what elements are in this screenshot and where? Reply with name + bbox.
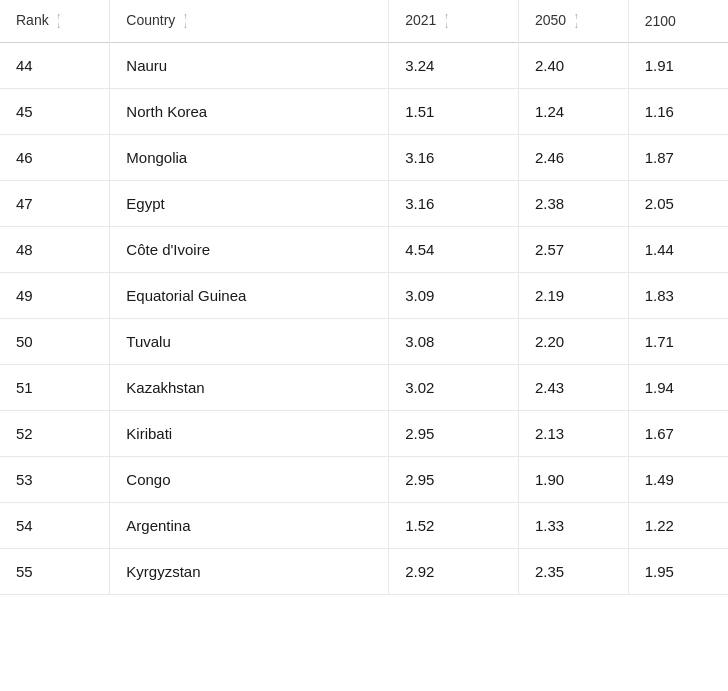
country-cell: North Korea xyxy=(110,89,389,135)
year2021-cell: 3.02 xyxy=(389,365,519,411)
rank-cell: 55 xyxy=(0,549,110,595)
year2021-cell: 3.24 xyxy=(389,43,519,89)
rank-cell: 44 xyxy=(0,43,110,89)
year2050-cell: 1.90 xyxy=(518,457,628,503)
year2021-cell: 3.09 xyxy=(389,273,519,319)
year2021-cell: 2.95 xyxy=(389,411,519,457)
rank-cell: 51 xyxy=(0,365,110,411)
year2021-cell: 2.92 xyxy=(389,549,519,595)
year2021-cell: 3.08 xyxy=(389,319,519,365)
rank-cell: 54 xyxy=(0,503,110,549)
rank-cell: 49 xyxy=(0,273,110,319)
rank-cell: 47 xyxy=(0,181,110,227)
rank-header[interactable]: Rank ↑↓ xyxy=(0,0,110,43)
year2100-cell: 1.44 xyxy=(628,227,728,273)
country-sort-icon[interactable]: ↑↓ xyxy=(183,12,188,30)
year2021-cell: 3.16 xyxy=(389,181,519,227)
year2100-cell: 1.22 xyxy=(628,503,728,549)
table-row: 45North Korea1.511.241.16 xyxy=(0,89,728,135)
year2100-cell: 1.49 xyxy=(628,457,728,503)
year2021-cell: 2.95 xyxy=(389,457,519,503)
country-cell: Equatorial Guinea xyxy=(110,273,389,319)
table-row: 49Equatorial Guinea3.092.191.83 xyxy=(0,273,728,319)
table-header-row: Rank ↑↓ Country ↑↓ 2021 ↑↓ xyxy=(0,0,728,43)
year2050-header[interactable]: 2050 ↑↓ xyxy=(518,0,628,43)
year2050-cell: 2.43 xyxy=(518,365,628,411)
table-row: 53Congo2.951.901.49 xyxy=(0,457,728,503)
year2050-cell: 2.40 xyxy=(518,43,628,89)
year2100-cell: 1.67 xyxy=(628,411,728,457)
year2100-cell: 1.95 xyxy=(628,549,728,595)
year2050-cell: 2.57 xyxy=(518,227,628,273)
country-header[interactable]: Country ↑↓ xyxy=(110,0,389,43)
data-table: Rank ↑↓ Country ↑↓ 2021 ↑↓ xyxy=(0,0,728,595)
country-cell: Nauru xyxy=(110,43,389,89)
country-cell: Mongolia xyxy=(110,135,389,181)
year2100-cell: 1.71 xyxy=(628,319,728,365)
year2050-cell: 1.33 xyxy=(518,503,628,549)
year2100-cell: 1.16 xyxy=(628,89,728,135)
year2100-cell: 2.05 xyxy=(628,181,728,227)
year2100-cell: 1.94 xyxy=(628,365,728,411)
year2050-cell: 2.35 xyxy=(518,549,628,595)
rank-cell: 46 xyxy=(0,135,110,181)
table-row: 48Côte d'Ivoire4.542.571.44 xyxy=(0,227,728,273)
country-cell: Tuvalu xyxy=(110,319,389,365)
rank-cell: 52 xyxy=(0,411,110,457)
country-cell: Egypt xyxy=(110,181,389,227)
year2050-cell: 2.38 xyxy=(518,181,628,227)
country-cell: Argentina xyxy=(110,503,389,549)
country-cell: Kiribati xyxy=(110,411,389,457)
year2100-header[interactable]: 2100 xyxy=(628,0,728,43)
table-row: 54Argentina1.521.331.22 xyxy=(0,503,728,549)
year2050-cell: 2.19 xyxy=(518,273,628,319)
year2021-cell: 1.52 xyxy=(389,503,519,549)
table-row: 50Tuvalu3.082.201.71 xyxy=(0,319,728,365)
country-cell: Kyrgyzstan xyxy=(110,549,389,595)
year2100-cell: 1.83 xyxy=(628,273,728,319)
rank-cell: 50 xyxy=(0,319,110,365)
table-row: 44Nauru3.242.401.91 xyxy=(0,43,728,89)
country-cell: Congo xyxy=(110,457,389,503)
table-row: 46Mongolia3.162.461.87 xyxy=(0,135,728,181)
table-row: 47Egypt3.162.382.05 xyxy=(0,181,728,227)
year2100-cell: 1.87 xyxy=(628,135,728,181)
year2100-cell: 1.91 xyxy=(628,43,728,89)
year2021-cell: 4.54 xyxy=(389,227,519,273)
table-row: 52Kiribati2.952.131.67 xyxy=(0,411,728,457)
year2050-cell: 2.13 xyxy=(518,411,628,457)
year2050-cell: 1.24 xyxy=(518,89,628,135)
year2021-header[interactable]: 2021 ↑↓ xyxy=(389,0,519,43)
year2050-cell: 2.20 xyxy=(518,319,628,365)
rank-cell: 45 xyxy=(0,89,110,135)
country-cell: Kazakhstan xyxy=(110,365,389,411)
year2021-sort-icon[interactable]: ↑↓ xyxy=(444,12,449,30)
rank-cell: 53 xyxy=(0,457,110,503)
year2050-sort-icon[interactable]: ↑↓ xyxy=(574,12,579,30)
year2021-cell: 3.16 xyxy=(389,135,519,181)
rank-sort-icon[interactable]: ↑↓ xyxy=(57,12,62,30)
year2050-cell: 2.46 xyxy=(518,135,628,181)
country-cell: Côte d'Ivoire xyxy=(110,227,389,273)
table-row: 55Kyrgyzstan2.922.351.95 xyxy=(0,549,728,595)
table-row: 51Kazakhstan3.022.431.94 xyxy=(0,365,728,411)
year2021-cell: 1.51 xyxy=(389,89,519,135)
rank-cell: 48 xyxy=(0,227,110,273)
